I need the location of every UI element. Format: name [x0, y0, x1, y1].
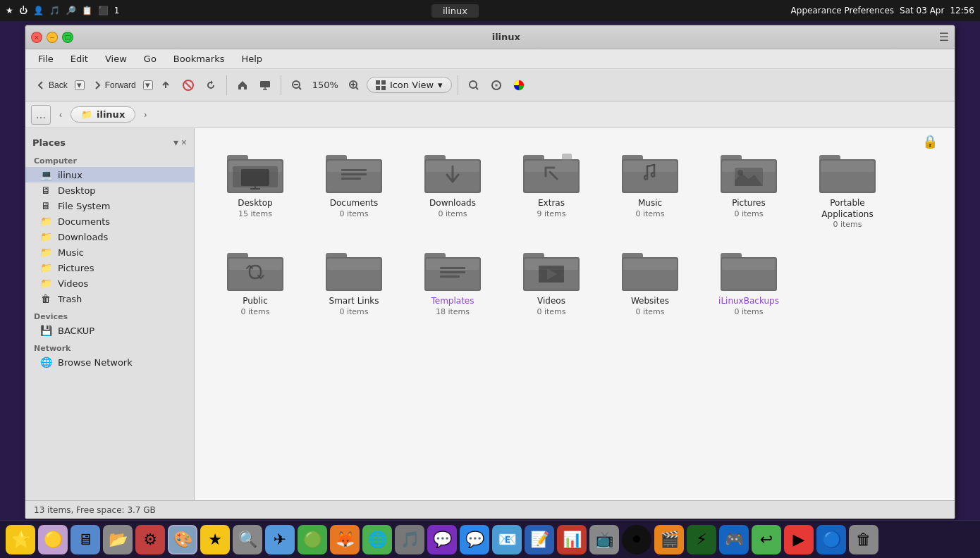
sidebar-item-ilinux[interactable]: 💻 ilinux — [25, 167, 194, 182]
minimize-button[interactable]: − — [47, 32, 58, 43]
menu-file[interactable]: File — [31, 52, 61, 66]
star-icon[interactable]: ★ — [6, 6, 13, 16]
menu-go[interactable]: Go — [137, 52, 164, 66]
separator-3 — [458, 75, 458, 95]
taskbar-window-title[interactable]: ilinux — [431, 4, 479, 18]
file-item-extras[interactable]: Extras 9 items — [502, 140, 601, 237]
dock-icon-teamviewer[interactable]: 🔵 — [816, 525, 846, 554]
file-item-documents[interactable]: Documents 0 items — [305, 140, 403, 237]
preview-button[interactable] — [486, 77, 506, 94]
sidebar-section-network: Network — [25, 338, 194, 354]
close-button[interactable]: × — [31, 32, 42, 43]
home-button[interactable] — [233, 77, 252, 94]
dock-icon-theme[interactable]: 🎨 — [168, 525, 197, 554]
file-item-websites[interactable]: Websites 0 items — [601, 237, 699, 325]
dock-icon-obs[interactable]: 📺 — [589, 525, 619, 554]
dock-icon-qbittorrent[interactable]: ⚡ — [687, 525, 716, 554]
dock-icon-audacity[interactable]: ⚫ — [622, 525, 651, 554]
up-button[interactable] — [156, 77, 176, 94]
sidebar-item-downloads[interactable]: 📁 Downloads — [25, 229, 194, 244]
menu-bookmarks[interactable]: Bookmarks — [166, 52, 232, 66]
stop-button[interactable] — [178, 77, 198, 94]
dock-icon-files[interactable]: 🖥 — [71, 525, 100, 554]
dock-icon-firefox[interactable]: 🦊 — [330, 525, 360, 554]
dock-icon-dots[interactable]: 🟡 — [38, 525, 68, 554]
dock-icon-anydesk[interactable]: ▶ — [784, 525, 814, 554]
dock-icon-launcher[interactable]: ✈ — [265, 525, 295, 554]
menu-edit[interactable]: Edit — [63, 52, 95, 66]
dock-icon-slides[interactable]: 📊 — [557, 525, 587, 554]
dock-icon-chrome[interactable]: 🌐 — [362, 525, 392, 554]
sidebar-dropdown[interactable]: ▾ — [173, 137, 178, 148]
power-icon[interactable]: ⏻ — [19, 6, 27, 16]
sidebar-item-desktop[interactable]: 🖥 Desktop — [25, 182, 194, 198]
sidebar-item-pictures[interactable]: 📁 Pictures — [25, 260, 194, 275]
dock-icon-viber[interactable]: 💬 — [427, 525, 457, 554]
breadcrumb-left-arrow[interactable]: ‹ — [54, 105, 68, 125]
sidebar-close[interactable]: × — [181, 137, 187, 148]
search-tray-icon[interactable]: 🔎 — [66, 6, 76, 16]
dock-icon-settings[interactable]: ⚙ — [135, 525, 165, 554]
file-item-music[interactable]: Music 0 items — [601, 140, 699, 237]
dock-icon-mail[interactable]: 📧 — [492, 525, 522, 554]
color-button[interactable] — [509, 77, 529, 94]
screen-icon[interactable]: ⬛ — [98, 6, 109, 16]
music-tray-icon[interactable]: 🎵 — [49, 6, 60, 16]
file-item-videos[interactable]: Videos 0 items — [502, 237, 601, 325]
file-item-smart-links[interactable]: Smart Links 0 items — [305, 237, 403, 325]
zoom-out-button[interactable] — [287, 77, 307, 94]
forward-dropdown[interactable]: ▾ — [143, 80, 153, 90]
menu-view[interactable]: View — [98, 52, 134, 66]
sidebar-item-videos[interactable]: 📁 Videos — [25, 275, 194, 291]
zoom-in-button[interactable] — [344, 77, 364, 94]
status-text: 13 items, Free space: 3.7 GB — [34, 505, 156, 515]
dock-icon-star[interactable]: ⭐ — [6, 525, 35, 554]
sidebar-item-documents[interactable]: 📁 Documents — [25, 213, 194, 229]
dock-icon-recycle[interactable]: 🗑 — [849, 525, 878, 554]
window-title: ilinux — [73, 32, 939, 42]
back-dropdown[interactable]: ▾ — [75, 80, 85, 90]
file-item-ilinuxbackups[interactable]: iLinuxBackups 0 items — [699, 237, 798, 325]
appearance-preferences[interactable]: Appearance Preferences — [791, 6, 894, 16]
maximize-button[interactable]: □ — [62, 32, 73, 43]
back-button[interactable]: Back — [31, 77, 72, 94]
sidebar-item-label: Browse Network — [58, 357, 133, 368]
file-item-portable-apps[interactable]: Portable Applications 0 items — [798, 140, 897, 237]
dock-icon-star2[interactable]: ★ — [200, 525, 230, 554]
breadcrumb-right-arrow[interactable]: › — [138, 105, 152, 125]
svg-line-1 — [185, 82, 191, 88]
computer-button[interactable] — [255, 77, 275, 94]
dock-icon-rollback[interactable]: ↩ — [752, 525, 781, 554]
lock-icon: 🔒 — [922, 134, 938, 149]
user-icon[interactable]: 👤 — [33, 6, 44, 16]
sidebar-item-filesystem[interactable]: 🖥 File System — [25, 198, 194, 213]
search-button[interactable] — [464, 77, 484, 94]
dock-icon-binoculars[interactable]: 🔍 — [233, 525, 262, 554]
dock-icon-word[interactable]: 📝 — [525, 525, 554, 554]
dock-icon-vlc[interactable]: 🎬 — [654, 525, 684, 554]
dock-icon-trash[interactable]: 🟢 — [298, 525, 327, 554]
file-item-pictures[interactable]: Pictures 0 items — [699, 140, 798, 237]
reload-button[interactable] — [201, 77, 221, 94]
search-icon — [468, 80, 479, 91]
dock-icon-filemanager[interactable]: 📂 — [103, 525, 133, 554]
dock-icon-skype[interactable]: 💬 — [460, 525, 489, 554]
view-selector[interactable]: Icon View ▾ — [367, 77, 452, 93]
breadcrumb[interactable]: 📁 ilinux — [71, 106, 135, 123]
toggle-button[interactable]: … — [31, 105, 51, 125]
window-menu-button[interactable]: ☰ — [939, 30, 949, 44]
menu-help[interactable]: Help — [234, 52, 269, 66]
forward-button[interactable]: Forward — [87, 77, 140, 94]
file-item-public[interactable]: Public 0 items — [206, 237, 305, 325]
file-item-downloads[interactable]: Downloads 0 items — [403, 140, 502, 237]
file-item-desktop[interactable]: Desktop 15 items — [206, 140, 305, 237]
file-name-templates: Templates — [431, 296, 474, 307]
sidebar-item-music[interactable]: 📁 Music — [25, 244, 194, 260]
clipboard-icon[interactable]: 📋 — [82, 6, 92, 16]
sidebar-item-backup[interactable]: 💾 BACKUP — [25, 323, 194, 338]
file-item-templates[interactable]: Templates 18 items — [403, 237, 502, 325]
sidebar-item-trash[interactable]: 🗑 Trash — [25, 291, 194, 306]
sidebar-item-browse-network[interactable]: 🌐 Browse Network — [25, 354, 194, 370]
dock-icon-steam[interactable]: 🎮 — [719, 525, 749, 554]
dock-icon-clementine[interactable]: 🎵 — [395, 525, 424, 554]
